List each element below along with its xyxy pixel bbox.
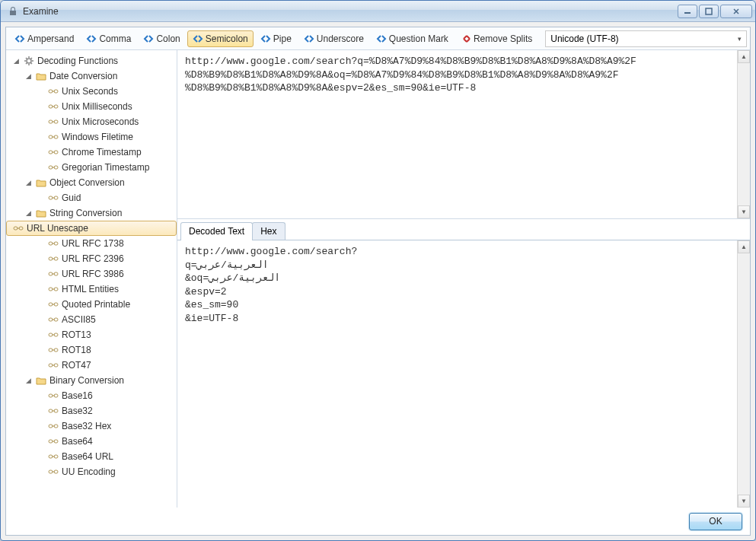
tab-decoded-text[interactable]: Decoded Text (180, 222, 253, 240)
split-question-mark[interactable]: Question Mark (371, 30, 454, 47)
input-textarea[interactable]: http://www.google.com/search?q=%D8%A7%D9… (177, 50, 750, 219)
input-text[interactable]: http://www.google.com/search?q=%D8%A7%D9… (177, 50, 750, 218)
chain-icon (47, 329, 59, 341)
window-title: Examine (23, 6, 678, 17)
tree-item[interactable]: Quoted Printable (6, 297, 177, 312)
split-comma[interactable]: Comma (81, 30, 136, 47)
tree-item[interactable]: Base32 Hex (6, 418, 177, 434)
tree-item[interactable]: UU Encoding (6, 464, 177, 479)
tree-label: Binary Conversion (49, 375, 124, 386)
remove-splits-label: Remove Splits (474, 33, 532, 44)
tree-item[interactable]: URL RFC 1738 (6, 236, 177, 251)
scroll-up-icon[interactable]: ▲ (738, 240, 750, 253)
folder-open-icon (35, 70, 47, 82)
function-tree[interactable]: ◢ Decoding Functions ◢ Date Conversion U… (6, 50, 177, 508)
tree-item[interactable]: Guid (6, 190, 177, 205)
tree-item-url-unescape[interactable]: URL Unescape (6, 221, 177, 236)
tree-label: Windows Filetime (62, 132, 133, 142)
titlebar[interactable]: Examine (1, 1, 755, 22)
scroll-down-icon[interactable]: ▼ (738, 205, 750, 218)
svg-rect-0 (684, 12, 691, 14)
tree-item[interactable]: HTML Entities (6, 282, 177, 297)
split-label: Ampersand (27, 33, 74, 44)
close-button[interactable] (720, 5, 752, 18)
split-semicolon[interactable]: Semicolon (187, 30, 254, 47)
footer: OK (6, 508, 750, 535)
tree-label: URL RFC 3986 (62, 269, 124, 279)
tree-label: URL RFC 2396 (62, 253, 124, 264)
output-tabs: Decoded Text Hex (177, 219, 750, 240)
tree-label: Guid (62, 193, 81, 203)
tree-label: URL RFC 1738 (62, 238, 124, 249)
app-icon (7, 5, 19, 18)
tree-label: Base16 (62, 390, 93, 401)
tree-item[interactable]: Unix Milliseconds (6, 99, 177, 114)
remove-splits-button[interactable]: Remove Splits (455, 30, 537, 47)
tree-item[interactable]: Base16 (6, 388, 177, 403)
ok-button[interactable]: OK (689, 513, 742, 530)
tree-item[interactable]: Unix Microseconds (6, 114, 177, 129)
tree-item[interactable]: URL RFC 3986 (6, 266, 177, 282)
tree-group-binary[interactable]: ◢ Binary Conversion (6, 373, 177, 388)
split-icon (14, 33, 25, 44)
split-pipe[interactable]: Pipe (255, 30, 297, 47)
minimize-button[interactable] (678, 5, 697, 18)
split-colon[interactable]: Colon (138, 30, 185, 47)
split-label: Pipe (273, 33, 292, 44)
tree-item[interactable]: Base32 (6, 403, 177, 418)
expand-icon[interactable]: ◢ (24, 209, 33, 218)
tree-group-string[interactable]: ◢ String Conversion (6, 205, 177, 221)
output-textarea[interactable]: http://www.google.com/search? q=العربية/… (177, 240, 750, 508)
tree-item[interactable]: Gregorian Timestamp (6, 160, 177, 175)
tree-label: ROT13 (62, 329, 91, 340)
split-icon (193, 33, 203, 44)
encoding-select[interactable]: Unicode (UTF-8) ▾ (545, 30, 747, 47)
tree-label: Chrome Timestamp (62, 147, 142, 158)
scrollbar[interactable]: ▲ ▼ (737, 240, 750, 508)
tree-item[interactable]: ROT18 (6, 342, 177, 358)
tree-item[interactable]: Unix Seconds (6, 84, 177, 99)
tree-label: String Conversion (49, 208, 122, 218)
chain-icon (47, 131, 59, 143)
expand-icon[interactable]: ◢ (24, 179, 33, 187)
split-toolbar: Ampersand Comma Colon Semicolon Pipe Und… (6, 27, 750, 50)
chain-icon (47, 420, 59, 432)
main-split: ◢ Decoding Functions ◢ Date Conversion U… (6, 50, 750, 508)
tree-label: Base32 (62, 406, 93, 416)
split-label: Comma (99, 33, 131, 44)
chain-icon (47, 435, 59, 447)
split-icon (86, 33, 97, 44)
tree-label: UU Encoding (62, 466, 116, 477)
expand-icon[interactable]: ◢ (12, 57, 21, 65)
expand-icon[interactable]: ◢ (24, 377, 33, 385)
scroll-up-icon[interactable]: ▲ (738, 50, 750, 63)
tree-item[interactable]: ROT47 (6, 358, 177, 373)
tree-item[interactable]: URL RFC 2396 (6, 251, 177, 266)
expand-icon[interactable]: ◢ (24, 72, 33, 81)
tree-item[interactable]: Chrome Timestamp (6, 145, 177, 160)
tree-item[interactable]: Windows Filetime (6, 129, 177, 145)
chain-icon (47, 116, 59, 128)
folder-open-icon (35, 207, 47, 219)
window-controls (678, 5, 752, 18)
tree-item[interactable]: Base64 URL (6, 449, 177, 464)
scrollbar[interactable]: ▲ ▼ (737, 50, 750, 218)
svg-rect-1 (706, 8, 712, 14)
split-ampersand[interactable]: Ampersand (9, 30, 79, 47)
split-icon (304, 33, 314, 44)
tree-item[interactable]: ROT13 (6, 327, 177, 342)
tree-root[interactable]: ◢ Decoding Functions (6, 53, 177, 68)
tree-item[interactable]: Base64 (6, 434, 177, 449)
tab-label: Hex (260, 226, 276, 237)
tree-group-object[interactable]: ◢ Object Conversion (6, 175, 177, 190)
chain-icon (47, 253, 59, 265)
split-underscore[interactable]: Underscore (298, 30, 369, 47)
tab-hex[interactable]: Hex (252, 222, 285, 240)
scroll-down-icon[interactable]: ▼ (738, 495, 750, 508)
tree-label: Unix Milliseconds (62, 101, 132, 112)
remove-splits-icon (461, 33, 471, 44)
maximize-button[interactable] (699, 5, 719, 18)
examine-window: Examine Ampersand Comma Colon Sem (0, 0, 756, 541)
tree-item[interactable]: ASCII85 (6, 312, 177, 327)
tree-group-date[interactable]: ◢ Date Conversion (6, 68, 177, 84)
